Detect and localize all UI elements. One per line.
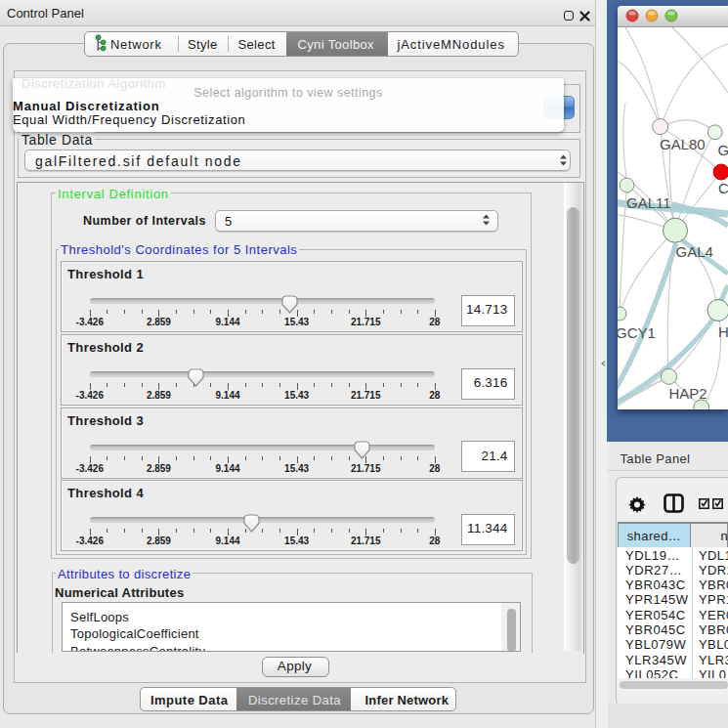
svg-text:GAL4: GAL4 bbox=[676, 243, 713, 260]
svg-text:H: H bbox=[718, 323, 728, 340]
svg-text:GAL80: GAL80 bbox=[660, 136, 706, 152]
svg-text:GAL11: GAL11 bbox=[626, 194, 671, 211]
svg-text:C: C bbox=[718, 180, 728, 196]
svg-text:GA: GA bbox=[718, 142, 728, 158]
svg-text:GCY1: GCY1 bbox=[618, 324, 656, 341]
svg-text:HAP2: HAP2 bbox=[669, 385, 707, 402]
